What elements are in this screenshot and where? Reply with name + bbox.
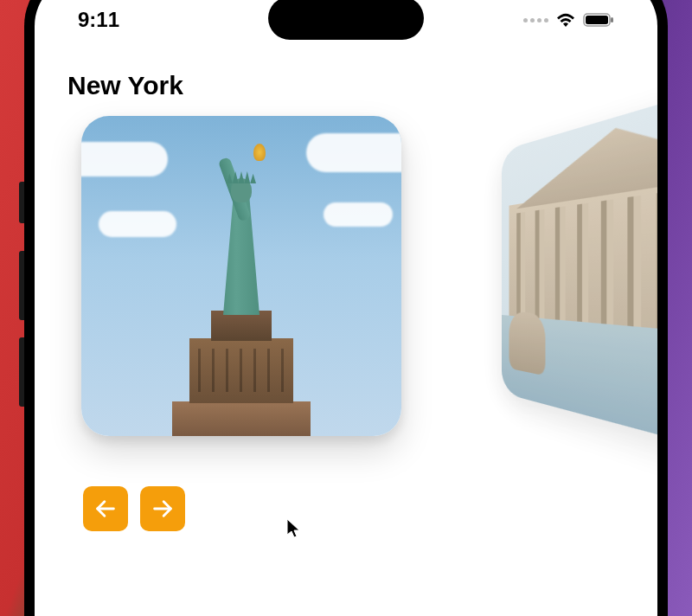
prev-button[interactable] — [83, 486, 128, 531]
wifi-icon — [555, 12, 576, 28]
cellular-icon — [523, 18, 548, 22]
carousel-card-next[interactable] — [502, 60, 657, 476]
carousel-card-main[interactable] — [81, 116, 401, 436]
dynamic-island — [268, 0, 424, 40]
page-title: New York — [67, 71, 657, 100]
pantheon-illustration — [502, 60, 657, 476]
carousel[interactable] — [66, 116, 657, 462]
content-area: New York — [66, 71, 657, 531]
status-time: 9:11 — [78, 8, 119, 32]
statue-of-liberty-illustration — [155, 142, 328, 436]
phone-frame: 9:11 New — [24, 0, 668, 616]
arrow-left-icon — [93, 497, 118, 521]
svg-rect-1 — [586, 16, 608, 24]
svg-rect-2 — [611, 17, 613, 22]
arrow-right-icon — [151, 497, 175, 521]
status-indicators — [523, 12, 614, 28]
next-button[interactable] — [140, 486, 185, 531]
carousel-nav — [83, 486, 657, 531]
battery-icon — [583, 12, 614, 28]
cursor-icon — [285, 517, 303, 543]
phone-screen: 9:11 New — [35, 0, 657, 616]
